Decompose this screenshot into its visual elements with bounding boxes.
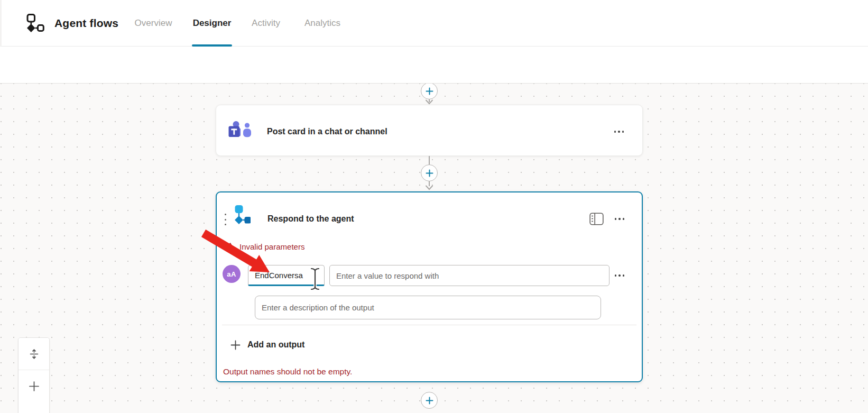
node-more-options-button[interactable] bbox=[612, 213, 627, 225]
node-post-card[interactable]: Post card in a chat or channel bbox=[216, 105, 643, 156]
node-more-options-button[interactable] bbox=[612, 126, 626, 137]
plus-icon bbox=[426, 397, 433, 405]
output-description-input[interactable] bbox=[255, 296, 601, 319]
node-title: Post card in a chat or channel bbox=[267, 126, 387, 137]
validation-error-message: Output names should not be empty. bbox=[223, 367, 352, 377]
connector-arrow-icon bbox=[425, 99, 433, 105]
connector-arrow-icon bbox=[425, 185, 433, 190]
agent-flows-icon bbox=[20, 14, 45, 34]
fit-to-view-icon bbox=[28, 348, 40, 360]
output-name-input[interactable] bbox=[248, 265, 325, 286]
node-title: Respond to the agent bbox=[267, 213, 354, 225]
tab-analytics[interactable]: Analytics bbox=[302, 0, 343, 47]
tab-overview[interactable]: Overview bbox=[133, 0, 174, 47]
canvas-zoom-controls bbox=[18, 337, 50, 413]
output-value-input[interactable] bbox=[329, 265, 610, 286]
side-panel-icon bbox=[589, 213, 604, 225]
open-panel-button[interactable] bbox=[588, 212, 605, 226]
warning-triangle-icon bbox=[225, 242, 235, 251]
plus-icon bbox=[426, 169, 433, 177]
add-output-label: Add an output bbox=[247, 340, 304, 350]
agent-flow-blue-icon bbox=[229, 205, 251, 229]
connector-line bbox=[429, 156, 430, 165]
divider bbox=[222, 325, 636, 325]
insert-action-button-mid[interactable] bbox=[421, 164, 438, 181]
tab-designer[interactable]: Designer bbox=[191, 0, 233, 47]
drag-handle[interactable] bbox=[224, 214, 227, 225]
node-respond-to-agent[interactable]: Respond to the agent I bbox=[216, 191, 643, 382]
invalid-parameters-warning: Invalid parameters bbox=[225, 241, 304, 252]
designer-toolbar: Copilot Version history Flow checker Tes… bbox=[0, 47, 868, 84]
plus-icon bbox=[426, 87, 433, 95]
fit-to-view-button[interactable] bbox=[19, 338, 49, 370]
warning-text: Invalid parameters bbox=[239, 242, 304, 251]
insert-action-button-bottom[interactable] bbox=[421, 392, 438, 409]
zoom-in-plus-icon bbox=[29, 381, 40, 392]
tab-activity[interactable]: Activity bbox=[248, 0, 284, 47]
microsoft-teams-icon bbox=[228, 121, 253, 141]
flow-canvas[interactable]: Post card in a chat or channel Respond t… bbox=[0, 84, 868, 413]
page-title: Agent flows bbox=[54, 0, 118, 47]
output-type-badge: aA bbox=[223, 265, 241, 283]
agent-flows-designer: Agent flows Overview Designer Activity A… bbox=[0, 0, 868, 413]
app-header: Agent flows Overview Designer Activity A… bbox=[0, 0, 868, 47]
add-output-button[interactable]: Add an output bbox=[225, 335, 310, 354]
insert-action-button-top[interactable] bbox=[421, 84, 438, 99]
output-row-more-options-button[interactable] bbox=[612, 270, 627, 281]
plus-icon bbox=[230, 340, 241, 350]
zoom-in-button[interactable] bbox=[19, 370, 49, 402]
